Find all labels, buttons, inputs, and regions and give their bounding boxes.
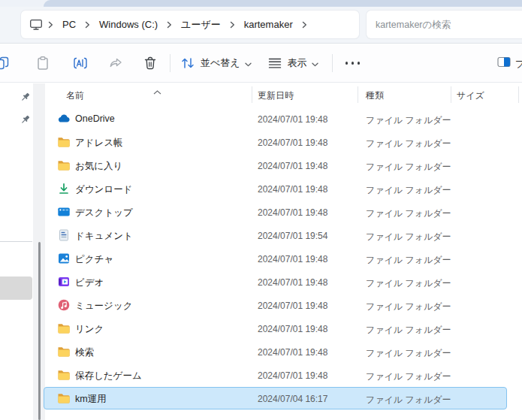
folder-icon: [57, 368, 71, 382]
file-name: OneDrive: [75, 113, 115, 124]
file-name: お気に入り: [75, 160, 122, 173]
chevron-down-icon: [312, 56, 318, 70]
file-modified-date: 2024/07/01 19:48: [258, 254, 327, 264]
chevron-right-icon: [228, 21, 237, 29]
file-type: ファイル フォルダー: [366, 324, 451, 337]
table-row[interactable]: 検索 2024/07/01 19:48 ファイル フォルダー: [45, 340, 522, 364]
pictures-icon: [57, 252, 71, 265]
sort-ascending-icon: [153, 84, 161, 98]
file-modified-date: 2024/07/01 19:48: [258, 301, 327, 311]
file-type: ファイル フォルダー: [366, 277, 451, 290]
music-icon: [57, 298, 71, 312]
view-button[interactable]: 表示: [267, 55, 318, 71]
table-row[interactable]: ミュージック 2024/07/01 19:48 ファイル フォルダー: [45, 294, 522, 317]
column-header-type[interactable]: 種類: [366, 89, 384, 102]
file-type: ファイル フォルダー: [366, 347, 451, 360]
table-row[interactable]: デスクトップ 2024/07/01 19:48 ファイル フォルダー: [45, 201, 522, 224]
search-box[interactable]: [367, 11, 522, 38]
share-icon[interactable]: [107, 55, 124, 71]
folder-icon: [57, 391, 71, 405]
table-row[interactable]: 保存したゲーム 2024/07/01 19:48 ファイル フォルダー: [45, 364, 522, 387]
sidebar-item-highlight[interactable]: [0, 276, 32, 300]
breadcrumb-item-pc[interactable]: PC: [56, 16, 83, 33]
rename-icon[interactable]: [72, 55, 89, 71]
file-modified-date: 2024/07/01 19:48: [258, 347, 327, 358]
tab-strip: [0, 0, 522, 7]
file-name: ミュージック: [75, 300, 132, 313]
file-type: ファイル フォルダー: [366, 231, 451, 243]
folder-icon: [57, 322, 71, 335]
column-separator[interactable]: [358, 86, 358, 103]
table-row[interactable]: ダウンロード 2024/07/01 19:48 ファイル フォルダー: [45, 177, 522, 201]
file-name: アドレス帳: [75, 137, 123, 150]
address-bar[interactable]: PC Windows (C:) ユーザー kartemaker: [21, 11, 359, 38]
preview-toggle-icon: [497, 56, 511, 71]
paste-icon[interactable]: [35, 55, 51, 71]
table-row[interactable]: ピクチャ 2024/07/01 19:48 ファイル フォルダー: [45, 247, 522, 270]
table-row[interactable]: OneDrive 2024/07/01 19:48 ファイル フォルダー: [45, 107, 522, 131]
sidebar-divider: [0, 241, 32, 242]
table-row[interactable]: ビデオ 2024/07/01 19:48 ファイル フォルダー: [45, 270, 522, 294]
search-input[interactable]: [367, 11, 522, 38]
chevron-right-icon: [83, 21, 92, 29]
column-headers: 名前 更新日時 種類 サイズ: [45, 83, 522, 107]
toolbar-separator: [332, 54, 333, 72]
file-list: OneDrive 2024/07/01 19:48 ファイル フォルダー アドレ…: [45, 107, 522, 410]
file-name: 保存したゲーム: [75, 370, 142, 382]
chevron-down-icon: [245, 56, 252, 70]
file-modified-date: 2024/07/01 19:48: [258, 277, 327, 288]
titlebar-area: [44, 0, 522, 7]
file-modified-date: 2024/07/01 19:48: [258, 207, 327, 218]
videos-icon: [57, 275, 71, 289]
downloads-icon: [57, 182, 71, 195]
file-type: ファイル フォルダー: [366, 114, 451, 127]
column-header-size[interactable]: サイズ: [457, 89, 484, 102]
table-row[interactable]: アドレス帳 2024/07/01 19:48 ファイル フォルダー: [45, 131, 522, 154]
file-name: ビデオ: [75, 276, 104, 289]
breadcrumb-item-windows-c[interactable]: Windows (C:): [92, 16, 164, 33]
breadcrumb-item-kartemaker[interactable]: kartemaker: [237, 16, 300, 33]
file-type: ファイル フォルダー: [366, 207, 451, 220]
table-row[interactable]: リンク 2024/07/01 19:48 ファイル フォルダー: [45, 317, 522, 340]
breadcrumb-item-users[interactable]: ユーザー: [174, 15, 228, 35]
file-modified-date: 2024/07/01 19:48: [258, 324, 327, 334]
file-modified-date: 2024/07/01 19:48: [258, 184, 327, 195]
view-label: 表示: [288, 56, 307, 70]
column-separator[interactable]: [451, 86, 451, 103]
more-options-icon[interactable]: [343, 55, 363, 71]
table-row[interactable]: お気に入り 2024/07/01 19:48 ファイル フォルダー: [45, 154, 522, 177]
address-row: PC Windows (C:) ユーザー kartemaker: [0, 7, 522, 44]
file-name: 検索: [75, 346, 94, 359]
folder-icon: [57, 135, 71, 149]
file-type: ファイル フォルダー: [366, 254, 451, 267]
column-header-modified[interactable]: 更新日時: [258, 89, 294, 102]
file-modified-date: 2024/07/04 16:17: [258, 394, 327, 404]
sort-button[interactable]: 並べ替え: [180, 55, 252, 71]
desktop-icon: [57, 205, 71, 219]
documents-icon: [57, 228, 71, 242]
column-header-name[interactable]: 名前: [66, 89, 84, 102]
explorer-content: 名前 更新日時 種類 サイズ OneDrive 2024/07/01 19:48…: [0, 83, 522, 420]
table-row[interactable]: km運用 2024/07/04 16:17 ファイル フォルダー: [45, 387, 522, 410]
sort-icon: [180, 55, 196, 71]
onedrive-icon: [57, 112, 71, 125]
file-type: ファイル フォルダー: [366, 301, 451, 313]
table-row[interactable]: ドキュメント 2024/07/01 19:54 ファイル フォルダー: [45, 224, 522, 247]
column-separator[interactable]: [518, 86, 519, 103]
preview-label: プレビュー: [515, 57, 522, 71]
chevron-right-icon: [164, 21, 174, 29]
sidebar-gutter: [33, 83, 45, 420]
file-modified-date: 2024/07/01 19:48: [258, 161, 327, 171]
preview-toggle-button[interactable]: プレビュー: [497, 44, 522, 83]
file-name: ダウンロード: [75, 183, 132, 196]
chevron-right-icon: [300, 21, 309, 29]
pin-icon: [20, 114, 31, 128]
column-separator[interactable]: [252, 86, 252, 103]
vertical-scrollbar[interactable]: [38, 242, 41, 420]
sort-label: 並べ替え: [201, 56, 240, 70]
file-type: ファイル フォルダー: [366, 394, 451, 406]
folder-icon: [57, 159, 71, 172]
delete-icon[interactable]: [142, 55, 158, 71]
copy-icon[interactable]: [0, 55, 11, 71]
file-name: ドキュメント: [75, 230, 133, 243]
